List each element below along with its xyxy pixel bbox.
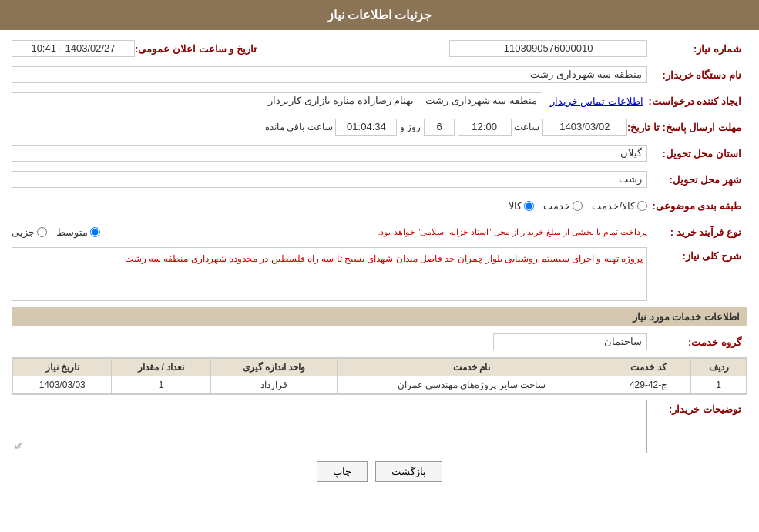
category-label-kala-khedmat: کالا/خدمت <box>592 200 635 212</box>
process-radio-motavasset[interactable] <box>90 227 100 237</box>
category-radio-kala-khedmat[interactable] <box>637 201 647 211</box>
process-radio-jozii[interactable] <box>37 227 47 237</box>
service-group-value: ساختمان <box>493 333 647 350</box>
announce-value: 1403/02/27 - 10:41 <box>12 40 135 57</box>
buyer-name-value: منطقه سه شهرداری رشت <box>12 66 647 83</box>
col-header-unit: واحد اندازه گیری <box>210 359 337 376</box>
buttons-row: بازگشت چاپ <box>12 461 747 482</box>
province-label: استان محل تحویل: <box>647 148 747 159</box>
response-time: 12:00 <box>458 119 512 136</box>
process-motavasset[interactable]: متوسط <box>56 226 100 238</box>
services-section-title: اطلاعات خدمات مورد نیاز <box>12 307 747 326</box>
process-note: پرداخت تمام یا بخشی از مبلغ خریدار از مح… <box>108 227 647 237</box>
need-number-label: شماره نیاز: <box>647 43 747 55</box>
description-text: پروژه تهیه و اجرای سیستم روشنایی بلوار چ… <box>12 247 647 301</box>
category-kala-khedmat[interactable]: کالا/خدمت <box>592 200 647 212</box>
col-header-date: تاریخ نیاز <box>13 359 112 376</box>
col-header-qty: تعداد / مقدار <box>112 359 210 376</box>
response-days: 6 <box>424 119 455 136</box>
process-type-label: نوع فرآیند خرید : <box>647 226 747 238</box>
creator-link[interactable]: اطلاعات تماس خریدار <box>550 95 643 107</box>
category-kala[interactable]: کالا <box>509 200 534 212</box>
category-label: طبقه بندی موضوعی: <box>647 200 747 212</box>
creator-org: منطقه سه شهرداری رشت <box>425 95 537 106</box>
category-options: کالا/خدمت خدمت کالا <box>509 200 647 212</box>
process-options: متوسط جزیی <box>12 226 100 238</box>
cell-name: ساخت سایر پروژه‌های مهندسی عمران <box>338 376 606 394</box>
cell-date: 1403/03/03 <box>13 376 112 394</box>
print-button[interactable]: چاپ <box>317 461 368 482</box>
description-label: شرح کلی نیاز: <box>647 247 747 262</box>
response-date-label: مهلت ارسال پاسخ: تا تاریخ: <box>627 122 747 133</box>
category-khedmat[interactable]: خدمت <box>543 200 583 212</box>
category-radio-kala[interactable] <box>524 201 534 211</box>
response-remaining: 01:04:34 <box>335 119 397 136</box>
need-number-value: 1103090576000010 <box>449 40 647 57</box>
process-label-motavasset: متوسط <box>56 226 88 238</box>
creator-name: بهنام رضازاده مناره بازاری کاربردار <box>268 95 414 106</box>
response-days-label: روز و <box>400 122 421 132</box>
category-label-khedmat: خدمت <box>543 200 570 212</box>
process-jozii[interactable]: جزیی <box>12 226 47 238</box>
back-button[interactable]: بازگشت <box>375 461 442 482</box>
table-row: 1 ج-42-429 ساخت سایر پروژه‌های مهندسی عم… <box>13 376 747 394</box>
services-table: ردیف کد خدمت نام خدمت واحد اندازه گیری ت… <box>12 357 747 395</box>
province-value: گیلان <box>12 145 647 162</box>
buyer-notes-area[interactable]: ↙ <box>12 400 647 453</box>
cell-qty: 1 <box>112 376 210 394</box>
category-label-kala: کالا <box>509 200 522 212</box>
city-label: شهر محل تحویل: <box>647 174 747 186</box>
city-value: رشت <box>12 171 647 188</box>
col-header-row: ردیف <box>691 359 747 376</box>
page-title: جزئیات اطلاعات نیاز <box>0 0 759 30</box>
cell-row: 1 <box>691 376 747 394</box>
response-time-label: ساعت <box>514 122 539 132</box>
cell-code: ج-42-429 <box>606 376 691 394</box>
cell-unit: قرارداد <box>210 376 337 394</box>
col-header-code: کد خدمت <box>606 359 691 376</box>
buyer-notes-label: توضیحات خریدار: <box>647 400 747 415</box>
response-date: 1403/03/02 <box>542 119 627 136</box>
col-header-name: نام خدمت <box>338 359 606 376</box>
response-remaining-label: ساعت باقی مانده <box>265 122 333 132</box>
creator-label: ایجاد کننده درخواست: <box>647 95 747 107</box>
buyer-name-label: نام دستگاه خریدار: <box>647 69 747 81</box>
service-group-label: گروه خدمت: <box>647 336 747 348</box>
creator-value: منطقه سه شهرداری رشت بهنام رضازاده مناره… <box>12 92 542 109</box>
process-label-jozii: جزیی <box>12 226 35 238</box>
category-radio-khedmat[interactable] <box>573 201 583 211</box>
announce-label: تاریخ و ساعت اعلان عمومی: <box>135 43 263 55</box>
